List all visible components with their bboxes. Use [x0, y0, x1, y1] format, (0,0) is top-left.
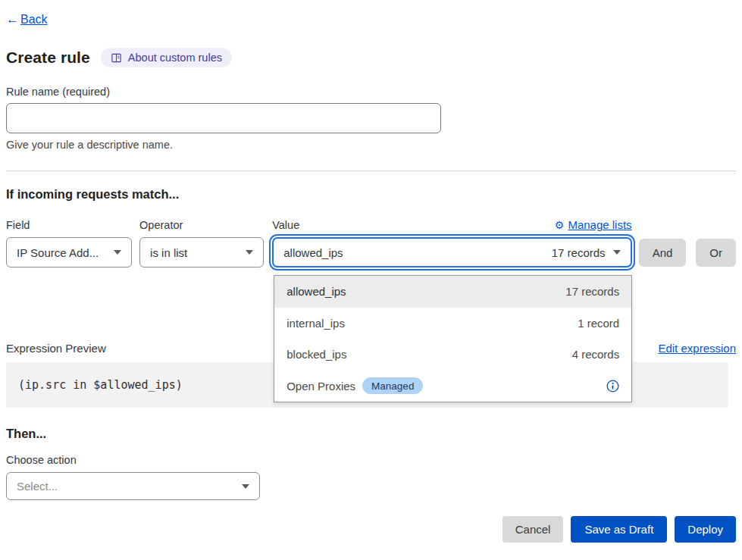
- expression-preview-label: Expression Preview: [6, 342, 106, 355]
- book-icon: [111, 52, 122, 64]
- action-select[interactable]: Select...: [6, 472, 260, 500]
- rule-name-label: Rule name (required): [6, 86, 736, 98]
- lists-dropdown: allowed_ips 17 records internal_ips 1 re…: [274, 275, 632, 402]
- list-item-open-proxies[interactable]: Open Proxies Managed: [274, 371, 631, 402]
- value-select[interactable]: allowed_ips 17 records: [272, 237, 631, 267]
- value-label: Value: [272, 219, 299, 231]
- chevron-down-icon: [242, 484, 249, 489]
- cancel-button[interactable]: Cancel: [502, 516, 564, 543]
- match-row: Field IP Source Add... Operator is in li…: [6, 218, 736, 267]
- value-select-value: allowed_ips: [283, 246, 343, 259]
- operator-select-value: is in list: [150, 246, 187, 259]
- managed-badge: Managed: [362, 377, 423, 394]
- operator-label: Operator: [139, 219, 264, 231]
- manage-lists-label: Manage lists: [568, 218, 631, 231]
- list-item-left: Open Proxies Managed: [286, 377, 423, 394]
- expression-code: (ip.src in $allowed_ips): [18, 378, 183, 392]
- chevron-down-icon: [114, 250, 121, 255]
- match-section-heading: If incoming requests match...: [6, 187, 736, 202]
- field-select[interactable]: IP Source Add...: [6, 237, 132, 267]
- edit-expression-link[interactable]: Edit expression: [658, 342, 736, 355]
- field-group: Field IP Source Add...: [6, 219, 132, 267]
- list-item-name: blocked_ips: [286, 348, 346, 361]
- list-item-records: 17 records: [565, 285, 619, 298]
- deploy-button[interactable]: Deploy: [675, 516, 736, 543]
- value-select-right: 17 records: [552, 246, 621, 259]
- list-item-allowed-ips[interactable]: allowed_ips 17 records: [274, 276, 631, 308]
- list-item-internal-ips[interactable]: internal_ips 1 record: [274, 308, 631, 339]
- and-button[interactable]: And: [639, 239, 687, 267]
- gear-icon: ⚙: [555, 219, 565, 231]
- list-item-blocked-ips[interactable]: blocked_ips 4 records: [274, 339, 631, 371]
- records-count: 17 records: [552, 246, 606, 259]
- page-title: Create rule: [6, 48, 90, 67]
- title-row: Create rule About custom rules: [6, 48, 736, 67]
- rule-name-input[interactable]: [6, 103, 441, 133]
- then-heading: Then...: [6, 427, 736, 441]
- list-item-records: 4 records: [572, 348, 620, 361]
- list-item-name: internal_ips: [286, 317, 345, 330]
- manage-lists-link[interactable]: ⚙ Manage lists: [555, 218, 632, 231]
- save-as-draft-button[interactable]: Save as Draft: [571, 516, 667, 543]
- list-item-records: 1 record: [578, 317, 619, 330]
- chevron-down-icon: [613, 250, 621, 255]
- operator-group: Operator is in list: [139, 219, 264, 267]
- back-arrow-icon: ←: [6, 12, 19, 27]
- footer-actions: Cancel Save as Draft Deploy: [6, 516, 736, 543]
- about-custom-rules-link[interactable]: About custom rules: [101, 48, 232, 67]
- create-rule-page: ←Back Create rule About custom rules Rul…: [0, 0, 742, 543]
- chevron-down-icon: [246, 250, 253, 255]
- back-link[interactable]: ←Back: [6, 12, 48, 27]
- action-select-placeholder: Select...: [17, 480, 58, 493]
- operator-select[interactable]: is in list: [139, 237, 264, 267]
- or-button[interactable]: Or: [696, 239, 736, 267]
- back-label: Back: [20, 13, 48, 27]
- list-item-name: allowed_ips: [286, 285, 346, 298]
- rule-name-helper: Give your rule a descriptive name.: [6, 139, 736, 151]
- section-divider: [6, 171, 736, 171]
- info-icon[interactable]: [606, 380, 619, 393]
- about-custom-rules-label: About custom rules: [128, 52, 222, 64]
- field-select-value: IP Source Add...: [17, 246, 99, 259]
- choose-action-label: Choose action: [6, 454, 736, 466]
- list-item-name: Open Proxies: [286, 380, 355, 393]
- value-group: Value ⚙ Manage lists allowed_ips 17 reco…: [272, 218, 631, 267]
- field-label: Field: [6, 219, 132, 231]
- value-label-row: Value ⚙ Manage lists: [272, 218, 631, 231]
